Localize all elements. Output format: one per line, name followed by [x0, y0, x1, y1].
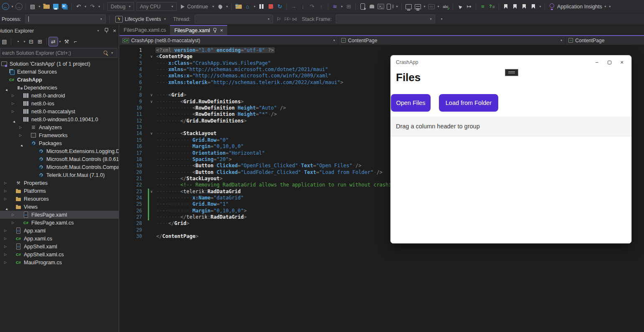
panel-menu-chevron-icon[interactable]: ▾ — [96, 29, 100, 33]
device-log-icon[interactable] — [385, 2, 395, 11]
tree-item-packages[interactable]: ▼Packages — [0, 139, 119, 147]
collapsed-arrow-icon[interactable]: ▷ — [19, 133, 30, 137]
datagrid-body[interactable] — [390, 136, 631, 243]
show-next-statement-icon[interactable]: → — [289, 2, 298, 11]
search-input[interactable]: Search Solution Explorer (Ctrl+;) — [2, 50, 103, 56]
break-all-icon[interactable] — [257, 2, 266, 11]
tree-item-microsoft-maui-controls-8-0-61[interactable]: Microsoft.Maui.Controls (8.0.61) — [0, 155, 119, 163]
show-all-files-icon[interactable]: ⊞ — [35, 37, 44, 46]
pin-icon[interactable] — [213, 28, 217, 33]
toggle-bookmark-icon[interactable] — [501, 2, 510, 11]
code-map-icon[interactable]: ⊞ — [344, 2, 353, 11]
tree-item-filespage-xaml-cs[interactable]: ▷FilesPage.xaml.cs — [0, 219, 119, 227]
fold-collapse-icon[interactable]: ∨ — [150, 130, 152, 137]
chevron-down-icon[interactable]: ▾ — [58, 40, 62, 43]
spell-check-icon[interactable] — [441, 2, 451, 11]
collapsed-arrow-icon[interactable]: ▷ — [4, 245, 15, 248]
tree-item-resources[interactable]: ▷Resources — [0, 195, 119, 203]
collapsed-arrow-icon[interactable]: ▷ — [4, 181, 15, 185]
fold-collapse-icon[interactable]: ∨ — [150, 92, 152, 98]
tree-item-views[interactable]: ▼Views — [0, 203, 119, 211]
preview-selected-items-icon[interactable]: ⌐ — [71, 37, 80, 46]
next-bookmark-icon[interactable] — [520, 2, 529, 11]
tree-item-dependencies[interactable]: ▼Dependencies — [0, 84, 119, 92]
continue-button[interactable]: Continue — [178, 4, 211, 10]
datagrid-group-header[interactable]: Drag a column header to group — [390, 117, 631, 136]
properties-wrench-icon[interactable]: ⚒ — [62, 37, 71, 46]
collapsed-arrow-icon[interactable]: ▷ — [4, 197, 15, 201]
collapsed-arrow-icon[interactable]: ▷ — [4, 229, 15, 232]
chevron-down-icon[interactable]: ▾ — [37, 5, 42, 8]
open-folder-icon[interactable] — [42, 2, 51, 11]
sync-with-active-document-icon[interactable]: ⇄ — [49, 37, 58, 46]
stop-debugging-icon[interactable] — [266, 2, 275, 11]
chevron-down-icon[interactable]: ▾ — [10, 5, 15, 8]
chevron-down-icon[interactable]: ▾ — [22, 40, 27, 43]
switch-views-icon[interactable]: ▤ — [0, 37, 9, 46]
tree-item-net8-0-android[interactable]: ▷net8.0-android — [0, 92, 119, 100]
chevron-down-icon[interactable]: ▾ — [422, 5, 427, 8]
thread-dropdown[interactable]: ▾ — [195, 15, 273, 23]
forward-icon[interactable]: → — [15, 3, 23, 10]
chevron-down-icon[interactable]: ▾ — [340, 5, 344, 8]
tree-item-platforms[interactable]: ▷Platforms — [0, 187, 119, 195]
tree-item-solution-crashapp-1-of-1-project[interactable]: Solution 'CrashApp' (1 of 1 project) — [0, 60, 119, 68]
hot-reload-icon[interactable] — [216, 2, 225, 11]
collapsed-arrow-icon[interactable]: ▷ — [4, 189, 15, 193]
save-icon[interactable] — [51, 2, 60, 11]
breadcrumb-element-right[interactable]: ‹› ContentPage — [565, 36, 644, 45]
step-out-icon[interactable]: ↑ — [317, 2, 326, 11]
pin-icon[interactable] — [104, 28, 109, 33]
new-project-icon[interactable]: ▤ — [28, 2, 37, 11]
tree-item-frameworks[interactable]: ▷Frameworks — [0, 131, 119, 139]
tree-item-external-sources[interactable]: External Sources — [0, 68, 119, 76]
select-element-icon[interactable] — [455, 2, 464, 11]
chevron-down-icon[interactable]: ▾ — [603, 5, 608, 8]
toolbar-overflow-icon[interactable]: ▾ — [439, 17, 444, 21]
solution-configurations-dropdown[interactable]: Debug▾ — [107, 2, 134, 11]
diagnostic-tools-icon[interactable]: ≋ — [330, 2, 340, 11]
chevron-down-icon[interactable]: ▾ — [436, 5, 441, 8]
chevron-down-icon[interactable]: ▾ — [395, 5, 399, 8]
close-icon[interactable]: × — [113, 28, 116, 34]
chevron-down-icon[interactable]: ▾ — [83, 5, 88, 8]
restart-icon[interactable]: ↻ — [275, 2, 284, 11]
collapsed-arrow-icon[interactable]: ▷ — [4, 237, 15, 240]
tree-item-net8-0-windows10-0-19041-0[interactable]: ▼net8.0-windows10.0.19041.0 — [0, 115, 119, 123]
solution-platforms-dropdown[interactable]: Any CPU▾ — [137, 2, 177, 11]
deploy-phone-icon[interactable] — [358, 2, 367, 11]
tree-item-app-xaml-cs[interactable]: ▷App.xaml.cs — [0, 235, 119, 243]
collapsed-arrow-icon[interactable]: ▷ — [19, 125, 30, 129]
xaml-inapp-toolbar[interactable] — [505, 69, 518, 76]
android-device-manager-icon[interactable] — [367, 2, 376, 11]
collapsed-arrow-icon[interactable]: ▷ — [12, 110, 23, 113]
fold-collapse-icon[interactable]: ∨ — [150, 99, 152, 105]
fold-collapse-icon[interactable]: ∨ — [150, 54, 152, 60]
chevron-down-icon[interactable]: ▾ — [97, 5, 101, 8]
minimize-button[interactable]: – — [591, 57, 603, 68]
tree-item-app-xaml[interactable]: ▷App.xaml — [0, 227, 119, 235]
flag-threads-icon[interactable]: ⚐ — [275, 16, 283, 22]
close-button[interactable]: × — [616, 57, 628, 68]
collapse-all-icon[interactable]: ⊟ — [27, 37, 35, 46]
open-files-button[interactable]: Open Files — [391, 94, 431, 112]
fold-collapse-icon[interactable]: ∨ — [150, 189, 152, 195]
tree-item-microsoft-extensions-logging-de[interactable]: Microsoft.Extensions.Logging.De — [0, 147, 119, 155]
collapsed-arrow-icon[interactable]: ▷ — [12, 213, 23, 217]
chevron-down-icon[interactable]: ▾ — [225, 5, 229, 8]
monitor-log-icon[interactable] — [413, 2, 422, 11]
clear-bookmarks-icon[interactable] — [529, 2, 538, 11]
find-in-files-icon[interactable] — [234, 2, 243, 11]
lifecycle-events-button[interactable]: Lifecycle Events — [125, 16, 161, 22]
search-options-chevron-icon[interactable]: ▾ — [110, 51, 114, 55]
tree-item-properties[interactable]: ▷Properties — [0, 179, 119, 187]
breadcrumb-project-dropdown[interactable]: C# CrashApp (net8.0-maccatalyst) ▾ — [119, 36, 338, 45]
tree-item-telerik-ui-for-maui-7-1-0[interactable]: Telerik.UI.for.Maui (7.1.0) — [0, 171, 119, 179]
collapsed-arrow-icon[interactable]: ▷ — [4, 260, 15, 264]
load-from-folder-button[interactable]: Load from Folder — [439, 94, 498, 112]
chevron-down-icon[interactable]: ▾ — [162, 17, 167, 21]
search-box[interactable]: Search Solution Explorer (Ctrl+;) ▾ — [0, 48, 117, 58]
tree-item-filespage-xaml[interactable]: ▷FilesPage.xaml — [0, 211, 119, 219]
step-over-icon[interactable]: ↷ — [307, 2, 317, 11]
collapsed-arrow-icon[interactable]: ▷ — [12, 102, 23, 105]
